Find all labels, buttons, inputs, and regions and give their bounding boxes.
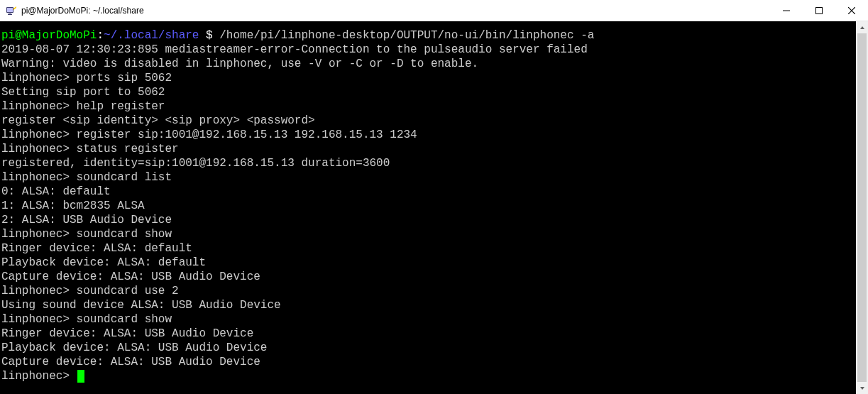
terminal-line: Setting sip port to 5062 (1, 86, 165, 99)
prompt-dollar: $ (199, 29, 219, 42)
svg-rect-3 (8, 14, 12, 15)
terminal-line: Warning: video is disabled in linphonec,… (1, 58, 478, 70)
window-title: pi@MajorDoMoPi: ~/.local/share (21, 6, 144, 16)
terminal-area: pi@MajorDoMoPi:~/.local/share $ /home/pi… (0, 21, 868, 394)
prompt-cwd: ~/.local/share (104, 29, 199, 42)
scroll-thumb[interactable] (857, 33, 867, 382)
putty-icon (6, 5, 17, 16)
window-controls (770, 0, 868, 21)
svg-rect-2 (9, 13, 11, 14)
svg-rect-4 (783, 10, 790, 11)
maximize-button[interactable] (803, 0, 835, 21)
scroll-up-button[interactable] (856, 21, 868, 33)
window-titlebar: pi@MajorDoMoPi: ~/.local/share (0, 0, 868, 21)
cursor (77, 370, 84, 383)
terminal-line: linphonec> ports sip 5062 (1, 72, 172, 84)
terminal[interactable]: pi@MajorDoMoPi:~/.local/share $ /home/pi… (0, 21, 856, 394)
terminal-line: linphonec> status register (1, 143, 179, 155)
close-button[interactable] (835, 0, 868, 21)
terminal-line: 1: ALSA: bcm2835 ALSA (1, 199, 145, 212)
terminal-line: 2: ALSA: USB Audio Device (1, 214, 172, 226)
linphonec-prompt: linphonec> (1, 370, 77, 383)
terminal-line: Using sound device ALSA: USB Audio Devic… (1, 299, 281, 312)
scroll-down-button[interactable] (856, 382, 868, 394)
terminal-line: Playback device: ALSA: default (1, 256, 206, 269)
terminal-line: linphonec> help register (1, 100, 165, 113)
terminal-line: linphonec> soundcard use 2 (1, 285, 179, 297)
terminal-line: linphonec> soundcard list (1, 171, 172, 184)
terminal-line: Ringer device: ALSA: default (1, 242, 192, 255)
terminal-line: linphonec> soundcard show (1, 313, 172, 326)
prompt-user-host: pi@MajorDoMoPi (1, 29, 97, 42)
scroll-track[interactable] (856, 33, 868, 382)
prompt-command: /home/pi/linphone-desktop/OUTPUT/no-ui/b… (219, 29, 594, 42)
terminal-line: registered, identity=sip:1001@192.168.15… (1, 157, 390, 170)
terminal-line: 2019-08-07 12:30:23:895 mediastreamer-er… (1, 43, 588, 56)
terminal-line: 0: ALSA: default (1, 185, 111, 198)
terminal-line: Ringer device: ALSA: USB Audio Device (1, 327, 253, 340)
terminal-line: linphonec> register sip:1001@192.168.15.… (1, 128, 417, 141)
prompt-sep: : (97, 29, 104, 42)
terminal-line: Playback device: ALSA: USB Audio Device (1, 341, 267, 354)
terminal-line: Capture device: ALSA: USB Audio Device (1, 356, 260, 368)
svg-rect-5 (816, 7, 823, 13)
svg-rect-1 (7, 8, 13, 12)
scrollbar[interactable] (856, 21, 868, 394)
minimize-button[interactable] (770, 0, 803, 21)
terminal-line: Capture device: ALSA: USB Audio Device (1, 270, 260, 283)
terminal-line: linphonec> soundcard show (1, 228, 172, 241)
terminal-line: register <sip identity> <sip proxy> <pas… (1, 114, 315, 127)
